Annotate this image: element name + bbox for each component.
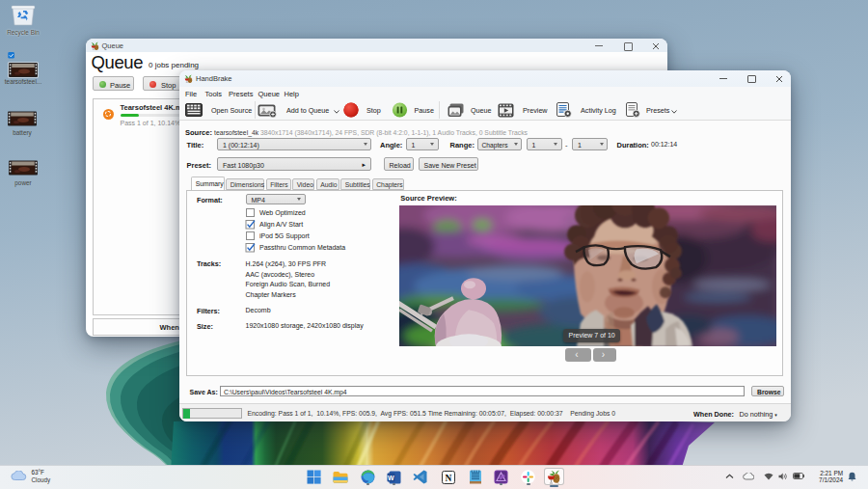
svg-text:W: W	[388, 474, 394, 480]
svg-text:Recycle Bin: Recycle Bin	[7, 29, 40, 37]
svg-text:battery: battery	[13, 129, 32, 137]
svg-text:tearsofsteel...: tearsofsteel...	[5, 78, 42, 85]
svg-text:power: power	[14, 179, 32, 187]
svg-text:N: N	[445, 473, 451, 482]
